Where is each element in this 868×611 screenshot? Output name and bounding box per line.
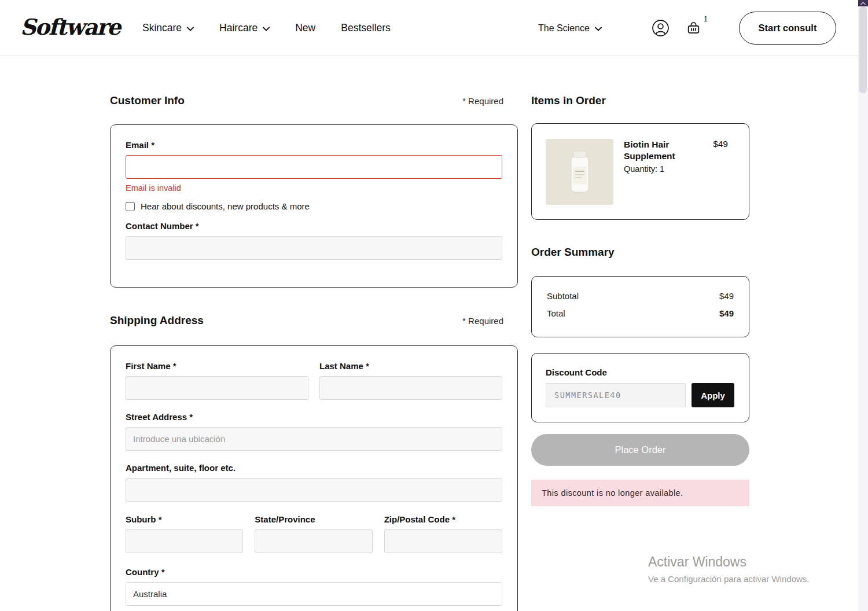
zip-field[interactable] <box>384 529 502 553</box>
order-summary-card: Subtotal $49 Total $49 <box>531 276 749 337</box>
nav-item-the-science[interactable]: The Science <box>538 23 602 34</box>
last-name-field[interactable] <box>319 376 502 400</box>
customer-info-card: Email * Email is invalid Hear about disc… <box>110 124 518 288</box>
discount-code-label: Discount Code <box>546 367 735 377</box>
customer-info-title: Customer Info <box>110 94 185 107</box>
first-name-field[interactable] <box>126 376 308 400</box>
vertical-scrollbar[interactable] <box>858 0 868 611</box>
nav-item-bestsellers[interactable]: Bestsellers <box>341 22 391 34</box>
discount-card: Discount Code Apply <box>531 353 749 422</box>
place-order-button[interactable]: Place Order <box>531 434 749 466</box>
shipping-header: Shipping Address * Required <box>110 314 503 327</box>
nav-item-label: The Science <box>538 23 590 34</box>
nav-item-haircare[interactable]: Haircare <box>219 22 270 34</box>
email-field[interactable] <box>126 155 502 179</box>
top-nav: Software Skincare Haircare New Bestselle… <box>0 0 868 56</box>
subtotal-value: $49 <box>719 291 734 301</box>
nav-item-label: Haircare <box>219 22 258 34</box>
watermark-line2: Ve a Configuración para activar Windows. <box>648 574 809 584</box>
state-field[interactable] <box>255 529 372 553</box>
apply-discount-button[interactable]: Apply <box>692 383 734 407</box>
subtotal-label: Subtotal <box>547 291 579 301</box>
required-note: * Required <box>462 96 503 106</box>
watermark-line1: Activar Windows <box>648 554 809 570</box>
first-name-label: First Name * <box>126 361 308 371</box>
nav-item-new[interactable]: New <box>295 22 315 34</box>
product-name: Biotin Hair Supplement <box>624 139 689 163</box>
customer-info-header: Customer Info * Required <box>110 94 503 107</box>
product-image <box>546 139 613 205</box>
nav-links: Skincare Haircare New Bestsellers <box>142 0 391 56</box>
total-value: $49 <box>719 308 734 318</box>
nav-icons: 1 <box>652 0 701 56</box>
apartment-field[interactable] <box>126 478 502 502</box>
country-field[interactable] <box>126 582 502 606</box>
shipping-title: Shipping Address <box>110 314 204 327</box>
street-address-label: Street Address * <box>126 412 502 422</box>
product-info: Biotin Hair Supplement Quantity: 1 <box>624 139 689 204</box>
start-consult-button[interactable]: Start consult <box>739 12 836 45</box>
chevron-down-icon <box>595 23 602 34</box>
windows-activation-watermark: Activar Windows Ve a Configuración para … <box>648 554 809 584</box>
street-address-field[interactable] <box>126 427 502 451</box>
scroll-up-arrow-icon[interactable] <box>858 0 868 6</box>
order-item-card: Biotin Hair Supplement Quantity: 1 $49 <box>531 123 749 220</box>
required-note: * Required <box>462 316 503 326</box>
items-in-order-header: Items in Order <box>531 94 749 107</box>
newsletter-checkbox[interactable] <box>126 202 135 211</box>
newsletter-row: Hear about discounts, new products & mor… <box>126 201 502 211</box>
email-label: Email * <box>126 140 502 150</box>
account-icon[interactable] <box>652 19 670 37</box>
total-row: Total $49 <box>547 308 734 318</box>
nav-item-label: New <box>295 22 315 34</box>
suburb-field[interactable] <box>126 529 243 553</box>
scrollbar-thumb[interactable] <box>859 6 867 93</box>
discount-code-field[interactable] <box>546 383 686 407</box>
suburb-label: Suburb * <box>126 514 243 524</box>
nav-item-skincare[interactable]: Skincare <box>142 22 194 34</box>
country-label: Country * <box>126 567 502 577</box>
nav-item-label: Bestsellers <box>341 22 391 34</box>
apartment-label: Apartment, suite, floor etc. <box>126 463 502 473</box>
logo[interactable]: Software <box>20 14 120 40</box>
nav-science-wrap: The Science <box>538 0 602 56</box>
items-in-order-title: Items in Order <box>531 94 606 107</box>
email-error-text: Email is invalid <box>126 183 502 193</box>
zip-label: Zip/Postal Code * <box>384 514 502 524</box>
product-price: $49 <box>713 139 735 204</box>
order-summary-title: Order Summary <box>531 246 615 259</box>
state-label: State/Province <box>255 514 372 524</box>
discount-row: Apply <box>546 383 735 407</box>
shipping-address-card: First Name * Last Name * Street Address … <box>110 345 518 611</box>
discount-unavailable-alert: This discount is no longer available. <box>531 480 749 506</box>
chevron-down-icon <box>187 22 194 34</box>
order-summary-header: Order Summary <box>531 246 749 259</box>
checkout-page: Software Skincare Haircare New Bestselle… <box>0 0 868 611</box>
cart-icon[interactable]: 1 <box>686 20 701 36</box>
newsletter-label: Hear about discounts, new products & mor… <box>141 201 310 211</box>
contact-number-field[interactable] <box>126 236 502 260</box>
nav-item-label: Skincare <box>142 22 182 34</box>
last-name-label: Last Name * <box>319 361 502 371</box>
subtotal-row: Subtotal $49 <box>547 291 734 301</box>
cart-count-badge: 1 <box>704 15 708 23</box>
total-label: Total <box>547 308 565 318</box>
product-quantity: Quantity: 1 <box>624 164 689 174</box>
contact-number-label: Contact Number * <box>126 221 502 231</box>
chevron-down-icon <box>263 22 270 34</box>
